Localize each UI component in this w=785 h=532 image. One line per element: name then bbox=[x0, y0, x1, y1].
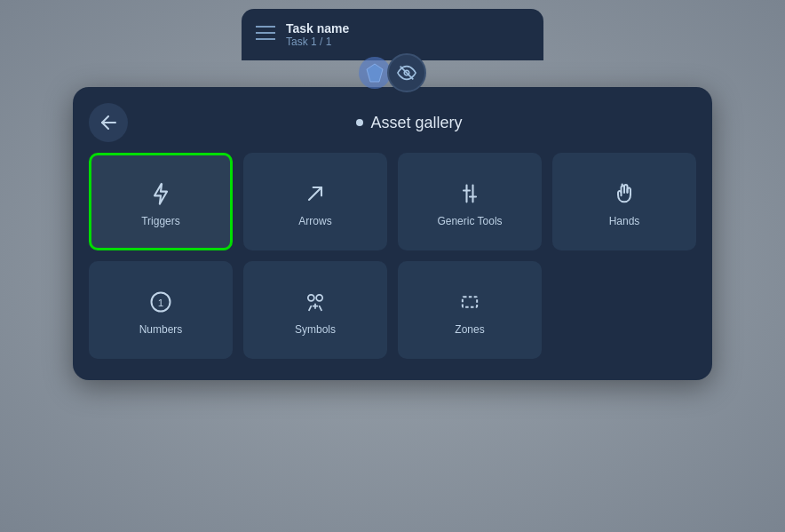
task-text-block: Task name Task 1 / 1 bbox=[286, 21, 349, 48]
grid-item-empty bbox=[552, 261, 696, 359]
task-title: Task name bbox=[286, 21, 349, 36]
gallery-panel: Asset gallery Triggers Arrows bbox=[73, 87, 712, 380]
lightning-icon bbox=[148, 181, 173, 206]
task-lines-icon bbox=[256, 25, 275, 45]
circle-1-icon: 1 bbox=[148, 290, 173, 314]
zones-label: Zones bbox=[455, 323, 484, 336]
task-subtitle: Task 1 / 1 bbox=[286, 36, 349, 48]
gallery-title: Asset gallery bbox=[370, 114, 462, 132]
svg-point-15 bbox=[308, 295, 314, 301]
svg-text:1: 1 bbox=[158, 297, 163, 308]
gallery-grid-row1: Triggers Arrows Generic Too bbox=[73, 153, 712, 250]
svg-line-19 bbox=[309, 306, 311, 311]
gallery-grid-row2: 1 Numbers Symbols bbox=[73, 261, 712, 359]
gallery-title-area: Asset gallery bbox=[128, 114, 691, 132]
connector-row bbox=[359, 53, 426, 92]
tools-icon bbox=[457, 181, 482, 206]
svg-line-20 bbox=[320, 306, 321, 311]
gem-icon bbox=[359, 57, 391, 89]
zones-dashed-icon bbox=[457, 290, 482, 314]
grid-item-symbols[interactable]: Symbols bbox=[243, 261, 387, 359]
eye-button[interactable] bbox=[387, 53, 426, 92]
arrow-diagonal-icon bbox=[303, 181, 328, 206]
scene-background: Task name Task 1 / 1 bbox=[0, 0, 785, 532]
svg-line-7 bbox=[309, 187, 321, 200]
hands-label: Hands bbox=[609, 215, 640, 227]
grid-item-hands[interactable]: Hands bbox=[552, 153, 696, 250]
grid-item-zones[interactable]: Zones bbox=[398, 261, 542, 359]
symbols-label: Symbols bbox=[295, 323, 336, 336]
gallery-dot bbox=[356, 119, 363, 126]
svg-marker-3 bbox=[367, 64, 383, 82]
triggers-label: Triggers bbox=[141, 215, 180, 227]
symbols-icon bbox=[303, 290, 328, 314]
arrows-label: Arrows bbox=[298, 215, 331, 227]
svg-rect-21 bbox=[463, 297, 477, 307]
generic-tools-label: Generic Tools bbox=[437, 215, 502, 227]
numbers-label: Numbers bbox=[139, 323, 183, 336]
grid-item-generic-tools[interactable]: Generic Tools bbox=[398, 153, 542, 250]
grid-item-arrows[interactable]: Arrows bbox=[243, 153, 387, 250]
svg-point-16 bbox=[316, 295, 322, 301]
gallery-header: Asset gallery bbox=[73, 87, 712, 153]
hand-pointer-icon bbox=[612, 181, 637, 206]
grid-item-numbers[interactable]: 1 Numbers bbox=[89, 261, 233, 359]
grid-item-triggers[interactable]: Triggers bbox=[89, 153, 233, 250]
back-button[interactable] bbox=[89, 103, 128, 142]
